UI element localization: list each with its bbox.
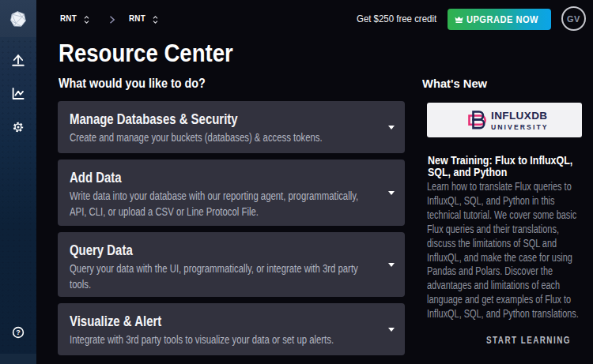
svg-text:INFLUXDB: INFLUXDB (491, 110, 547, 122)
svg-text:UNIVERSITY: UNIVERSITY (491, 123, 549, 131)
svg-text:?: ? (16, 328, 21, 336)
